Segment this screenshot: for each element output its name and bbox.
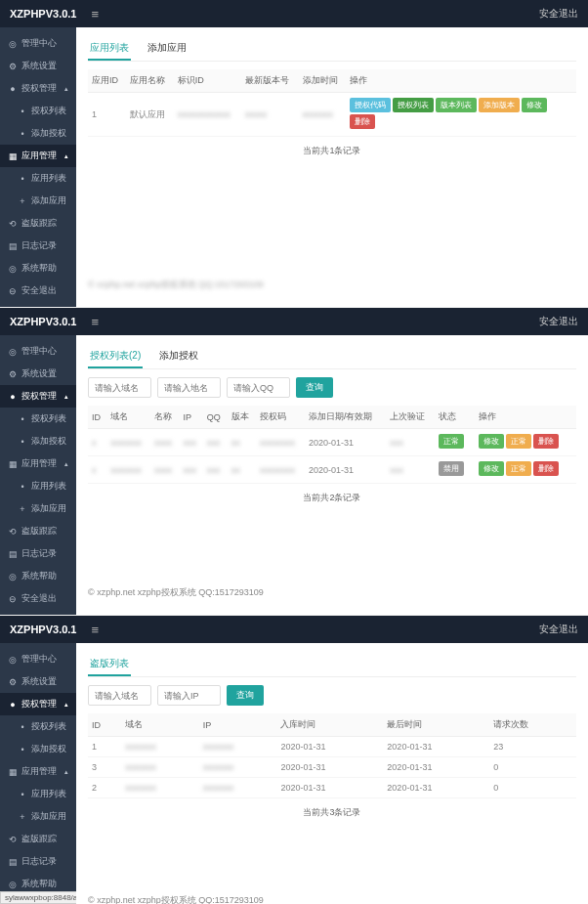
btn-edit[interactable]: 修改: [522, 98, 547, 112]
cell-ver: xxxxx: [241, 93, 299, 137]
sidebar-item-2[interactable]: ●授权管理▴: [0, 77, 76, 100]
sidebar-item-5[interactable]: ▦应用管理▴: [0, 452, 76, 475]
sidebar-icon: ⚙: [8, 62, 18, 71]
sidebar-item-4[interactable]: •添加授权: [0, 738, 76, 760]
col-intime: 入库时间: [276, 713, 383, 737]
brand: XZPHPV3.0.1: [10, 8, 76, 20]
sidebar-item-2[interactable]: ●授权管理▴: [0, 693, 76, 715]
sidebar-item-7[interactable]: +添加应用: [0, 190, 76, 212]
tab-pirate-list[interactable]: 盗版列表: [88, 653, 131, 676]
btn-toggle[interactable]: 正常: [506, 434, 531, 449]
sidebar-item-9[interactable]: ▤日志记录: [0, 235, 76, 257]
sidebar-icon: ⊖: [8, 286, 18, 296]
btn-delete[interactable]: 删除: [533, 434, 559, 449]
search-button[interactable]: 查询: [227, 685, 264, 706]
filter-domain[interactable]: [88, 685, 151, 706]
filter-qq[interactable]: [227, 377, 290, 398]
cell-count: 0: [489, 757, 576, 778]
filter-ip[interactable]: [157, 685, 221, 706]
sidebar-label: 管理中心: [21, 37, 57, 50]
footer: © xzphp.net xzphp授权系统 QQ:1517293109: [88, 888, 576, 904]
sidebar-label: 应用列表: [31, 788, 66, 800]
tab-add-auth[interactable]: 添加授权: [157, 345, 200, 368]
sidebar-item-5[interactable]: ▦应用管理▴: [0, 760, 76, 783]
sidebar-icon: ◎: [8, 572, 18, 581]
cell-tag: xxxxxxxxxxxx: [174, 93, 241, 137]
sidebar-icon: ⟲: [8, 835, 18, 844]
tab-add-app[interactable]: 添加应用: [146, 37, 189, 61]
panel-auth: XZPHPV3.0.1 ≡ 安全退出 ◎管理中心⚙系统设置●授权管理▴•授权列表…: [0, 308, 588, 615]
sidebar-icon: +: [18, 196, 27, 206]
panel-pirate: XZPHPV3.0.1 ≡ 安全退出 ◎管理中心⚙系统设置●授权管理▴•授权列表…: [0, 616, 588, 904]
sidebar-item-6[interactable]: •应用列表: [0, 167, 76, 190]
col-app-name: 应用名称: [126, 69, 174, 93]
btn-edit[interactable]: 修改: [479, 461, 504, 476]
sidebar-item-7[interactable]: +添加应用: [0, 497, 76, 520]
sidebar-item-3[interactable]: •授权列表: [0, 100, 76, 122]
sidebar-icon: ⟲: [8, 219, 18, 229]
filter-name[interactable]: [157, 377, 221, 398]
header-logout[interactable]: 安全退出: [539, 623, 578, 636]
header: XZPHPV3.0.1 ≡ 安全退出: [0, 308, 588, 335]
sidebar-item-2[interactable]: ●授权管理▴: [0, 385, 76, 408]
cell-name: 默认应用: [126, 93, 174, 137]
cell-date: 2020-01-31: [305, 456, 386, 484]
menu-toggle-icon[interactable]: ≡: [91, 7, 99, 22]
sidebar-label: 添加应用: [31, 194, 66, 207]
sidebar-item-0[interactable]: ◎管理中心: [0, 32, 76, 55]
sidebar-label: 添加应用: [31, 810, 66, 823]
menu-toggle-icon[interactable]: ≡: [91, 315, 99, 329]
btn-auth-code[interactable]: 授权代码: [350, 98, 391, 112]
btn-edit[interactable]: 修改: [479, 434, 504, 449]
sidebar-item-4[interactable]: •添加授权: [0, 430, 76, 452]
sidebar-item-6[interactable]: •应用列表: [0, 475, 76, 497]
panel-apps: XZPHPV3.0.1 ≡ 安全退出 ◎管理中心⚙系统设置●授权管理▴•授权列表…: [0, 0, 588, 307]
header-logout[interactable]: 安全退出: [539, 7, 578, 21]
menu-toggle-icon[interactable]: ≡: [91, 623, 99, 637]
sidebar-item-9[interactable]: ▤日志记录: [0, 850, 76, 873]
sidebar-item-7[interactable]: +添加应用: [0, 805, 76, 828]
filter-domain[interactable]: [88, 377, 151, 398]
sidebar-item-5[interactable]: ▦应用管理▴: [0, 145, 76, 167]
col-latest-ver: 最新版本号: [241, 69, 299, 93]
sidebar-item-11[interactable]: ⊖安全退出: [0, 587, 76, 610]
btn-delete[interactable]: 删除: [350, 114, 375, 129]
sidebar-item-6[interactable]: •应用列表: [0, 783, 76, 805]
tab-app-list[interactable]: 应用列表: [88, 37, 131, 61]
btn-toggle[interactable]: 正常: [506, 461, 531, 476]
sidebar-item-8[interactable]: ⟲盗版跟踪: [0, 828, 76, 850]
cell-count: 0: [489, 778, 576, 798]
sidebar-item-3[interactable]: •授权列表: [0, 408, 76, 430]
btn-add-ver[interactable]: 添加版本: [479, 98, 520, 112]
col-key: 授权码: [256, 406, 305, 429]
col-lasttime: 最后时间: [383, 713, 489, 737]
sidebar-item-3[interactable]: •授权列表: [0, 715, 76, 738]
col-ip: IP: [199, 713, 277, 737]
sidebar-label: 应用列表: [31, 172, 66, 185]
sidebar-icon: +: [18, 504, 27, 514]
col-add-time: 添加时间: [299, 69, 347, 93]
sidebar-label: 应用列表: [31, 480, 66, 493]
sidebar-item-9[interactable]: ▤日志记录: [0, 542, 76, 565]
sidebar: ◎管理中心⚙系统设置●授权管理▴•授权列表•添加授权▦应用管理▴•应用列表+添加…: [0, 27, 76, 307]
btn-delete[interactable]: 删除: [533, 461, 559, 476]
sidebar-item-10[interactable]: ◎系统帮助: [0, 565, 76, 587]
sidebar-item-4[interactable]: •添加授权: [0, 122, 76, 145]
btn-auth-list[interactable]: 授权列表: [393, 98, 434, 112]
sidebar-item-11[interactable]: ⊖安全退出: [0, 280, 76, 302]
sidebar-item-1[interactable]: ⚙系统设置: [0, 363, 76, 385]
header-logout[interactable]: 安全退出: [539, 315, 578, 328]
sidebar-item-0[interactable]: ◎管理中心: [0, 340, 76, 363]
sidebar-item-0[interactable]: ◎管理中心: [0, 648, 76, 670]
sidebar-item-10[interactable]: ◎系统帮助: [0, 257, 76, 280]
cell-actions: 修改正常删除: [475, 429, 576, 456]
sidebar-item-1[interactable]: ⚙系统设置: [0, 55, 76, 77]
sidebar-item-8[interactable]: ⟲盗版跟踪: [0, 212, 76, 235]
sidebar-item-1[interactable]: ⚙系统设置: [0, 670, 76, 693]
chevron-icon: ▴: [64, 85, 68, 93]
sidebar-item-8[interactable]: ⟲盗版跟踪: [0, 520, 76, 542]
btn-ver-list[interactable]: 版本列表: [436, 98, 477, 112]
tab-auth-list[interactable]: 授权列表(2): [88, 345, 143, 368]
sidebar-label: 授权列表: [31, 720, 66, 733]
search-button[interactable]: 查询: [296, 377, 333, 398]
